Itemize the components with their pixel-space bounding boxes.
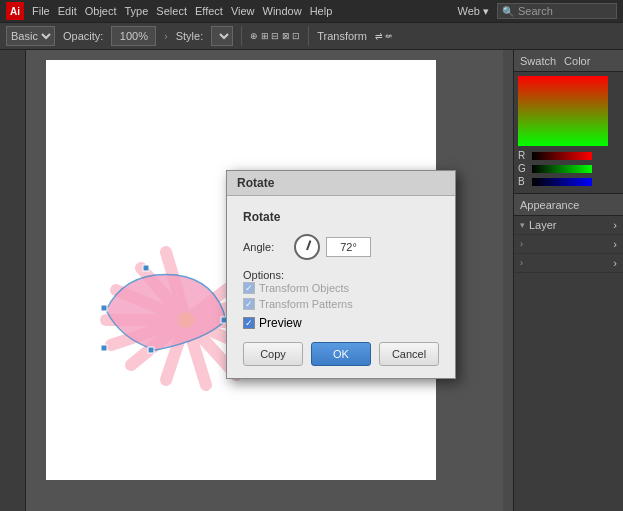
swatch-tab[interactable]: Swatch [520,55,556,67]
preview-row: ✓ Preview [243,316,439,330]
mode-select[interactable]: Basic [6,26,55,46]
angle-row: Angle: [243,234,439,260]
options-row: Options: ✓ Transform Objects ✓ Transform… [243,268,439,310]
menu-bar-left: Adobe Illustrator Ai File Edit Object Ty… [6,2,332,20]
right-panels: Swatch Color R G B Appearance [513,50,623,511]
appearance-item-3[interactable]: › › [514,254,623,273]
transform-label: Transform [317,30,367,42]
opacity-label: Opacity: [63,30,103,42]
arrow-right-icon-3: › [613,257,617,269]
search-label: Search [518,5,553,17]
menu-item-object[interactable]: Object [85,5,117,17]
menu-item-help[interactable]: Help [310,5,333,17]
canvas-area: 软件自学网 WWW.RJZXW.COM Rotate Rotate Angle: [26,50,513,511]
b-label: B [518,176,530,187]
r-label: R [518,150,530,161]
options-bar: Basic Opacity: › Style: ⊕ ⊞ ⊟ ⊠ ⊡ Transf… [0,22,623,50]
color-gradient[interactable] [518,76,608,146]
dialog-body: Rotate Angle: Options: ✓ Transform Objec… [227,196,455,378]
menu-item-effect[interactable]: Effect [195,5,223,17]
cancel-button[interactable]: Cancel [379,342,439,366]
layer-label: Layer [529,219,557,231]
menu-item-select[interactable]: Select [156,5,187,17]
transform-patterns-row: ✓ Transform Patterns [243,298,439,310]
chevron-icon-1: ▾ [520,220,525,230]
chevron-icon-3: › [520,258,523,268]
transform-patterns-checkbox[interactable]: ✓ [243,298,255,310]
menu-item-view[interactable]: View [231,5,255,17]
transform-objects-label: Transform Objects [259,282,349,294]
arrow-icon: › [164,31,167,42]
divider-2 [308,26,309,46]
color-tab[interactable]: Color [564,55,590,67]
preview-label: Preview [259,316,302,330]
menu-item-window[interactable]: Window [263,5,302,17]
align-icons: ⇌ ⇍ [375,31,394,41]
main-area: 软件自学网 WWW.RJZXW.COM Rotate Rotate Angle: [0,50,623,511]
menu-item-file[interactable]: File [32,5,50,17]
tools-panel [0,50,26,511]
app-logo: Adobe Illustrator Ai [6,2,24,20]
angle-input[interactable] [326,237,371,257]
appearance-title: Appearance [520,199,579,211]
color-panel: R G B [514,72,623,193]
web-dropdown[interactable]: Web ▾ [458,5,489,18]
r-slider[interactable] [532,152,592,160]
transform-patterns-label: Transform Patterns [259,298,353,310]
divider-1 [241,26,242,46]
appearance-item-2[interactable]: › › [514,235,623,254]
b-slider-row: B [518,176,619,187]
chevron-icon-2: › [520,239,523,249]
copy-button[interactable]: Copy [243,342,303,366]
opacity-field[interactable] [111,26,156,46]
canvas-scrollbar[interactable] [503,50,513,511]
dialog-title-bar: Rotate [227,171,455,196]
g-slider-row: G [518,163,619,174]
tool-icons: ⊕ ⊞ ⊟ ⊠ ⊡ [250,31,300,41]
style-select[interactable] [211,26,233,46]
swatch-color-panel-header: Swatch Color [514,50,623,72]
g-slider[interactable] [532,165,592,173]
menu-bar-right: Web ▾ 🔍 Search [458,3,617,19]
appearance-panel-header: Appearance [514,194,623,216]
arrow-right-icon-2: › [613,238,617,250]
angle-label: Angle: [243,241,288,253]
b-slider[interactable] [532,178,592,186]
transform-objects-checkbox[interactable]: ✓ [243,282,255,294]
appearance-item-1[interactable]: ▾ Layer › [514,216,623,235]
ok-button[interactable]: OK [311,342,371,366]
menu-item-edit[interactable]: Edit [58,5,77,17]
style-label: Style: [176,30,204,42]
menu-item-type[interactable]: Type [125,5,149,17]
options-label: Options: [243,269,284,281]
menu-bar: Adobe Illustrator Ai File Edit Object Ty… [0,0,623,22]
dialog-section-label: Rotate [243,210,439,224]
r-slider-row: R [518,150,619,161]
appearance-panel: Appearance ▾ Layer › › › › › [514,193,623,511]
angle-dial[interactable] [294,234,320,260]
dialog-overlay: Rotate Rotate Angle: Options: ✓ Transfor… [26,50,513,511]
rotate-dialog: Rotate Rotate Angle: Options: ✓ Transfor… [226,170,456,379]
preview-checkbox[interactable]: ✓ [243,317,255,329]
dialog-title: Rotate [237,176,274,190]
dialog-buttons: Copy OK Cancel [243,342,439,366]
g-label: G [518,163,530,174]
adobe-stock-search[interactable]: 🔍 Search [497,3,617,19]
arrow-right-icon-1: › [613,219,617,231]
transform-objects-row: ✓ Transform Objects [243,282,439,294]
